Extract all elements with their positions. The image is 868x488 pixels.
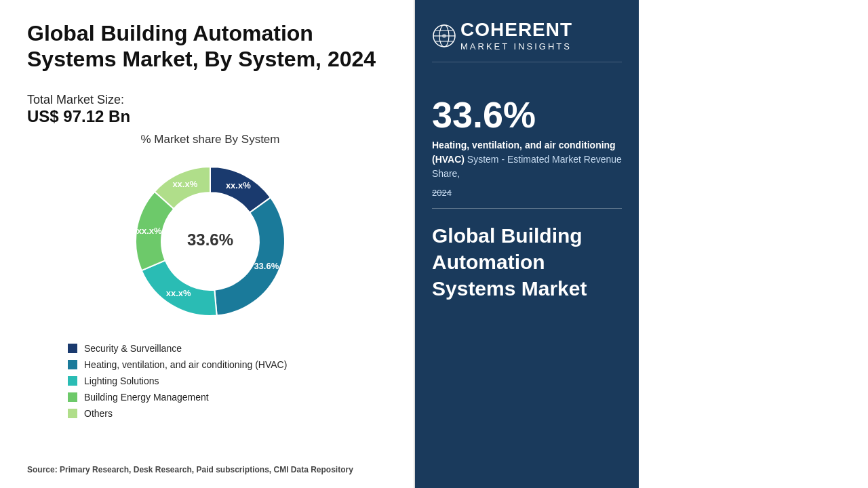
legend-item: Lighting Solutions (68, 375, 287, 386)
svg-text:33.6%: 33.6% (187, 230, 233, 249)
market-size-value: US$ 97.12 Bn (27, 107, 393, 126)
logo-sub: MARKET INSIGHTS (460, 41, 572, 52)
legend-color-box (68, 409, 77, 418)
donut-svg: xx.x%33.6%xx.x%xx.x%xx.x%33.6% (122, 153, 298, 329)
source-content: Primary Research, Desk Research, Paid su… (60, 465, 353, 474)
globe-icon (432, 24, 456, 48)
stat-percentage: 33.6% (432, 96, 622, 133)
legend-item: Heating, ventilation, and air conditioni… (68, 359, 287, 370)
svg-text:xx.x%: xx.x% (137, 225, 162, 235)
legend-label: Building Energy Management (84, 392, 209, 403)
stat-desc: Heating, ventilation, and air conditioni… (432, 138, 622, 181)
sidebar: COHERENT MARKET INSIGHTS 33.6% Heating, … (415, 0, 639, 488)
stat-year: 2024 (432, 188, 622, 209)
legend-color-box (68, 376, 77, 386)
market-info: Total Market Size: US$ 97.12 Bn (27, 93, 393, 126)
legend-label: Heating, ventilation, and air conditioni… (84, 359, 287, 370)
sidebar-market-title: Global Building Automation Systems Marke… (432, 222, 622, 302)
chart-section: % Market share By System xx.x%33.6%xx.x%… (27, 133, 393, 458)
svg-text:xx.x%: xx.x% (166, 288, 191, 298)
source-text: Source: Primary Research, Desk Research,… (27, 458, 393, 474)
market-size-label: Total Market Size: (27, 93, 393, 107)
legend-label: Security & Surveillance (84, 343, 182, 354)
chart-title: % Market share By System (140, 133, 279, 146)
legend-label: Others (84, 408, 113, 419)
legend-color-box (68, 344, 77, 353)
legend-color-box (68, 360, 77, 369)
legend-color-box (68, 392, 77, 402)
legend-item: Building Energy Management (68, 392, 287, 403)
svg-point-11 (442, 34, 446, 38)
logo-name: COHERENT (460, 20, 572, 39)
chart-area: xx.x%33.6%xx.x%xx.x%xx.x%33.6% (122, 153, 298, 329)
legend-label: Lighting Solutions (84, 375, 159, 386)
svg-text:xx.x%: xx.x% (172, 179, 197, 189)
sidebar-stat: 33.6% Heating, ventilation, and air cond… (432, 96, 622, 222)
left-panel: Global Building Automation Systems Marke… (0, 0, 414, 488)
sidebar-logo: COHERENT MARKET INSIGHTS (432, 20, 622, 62)
legend-item: Others (68, 408, 287, 419)
page-title: Global Building Automation Systems Marke… (27, 20, 393, 73)
legend: Security & SurveillanceHeating, ventilat… (27, 343, 287, 419)
source-label: Source: (27, 465, 58, 474)
svg-text:xx.x%: xx.x% (226, 180, 251, 190)
svg-text:33.6%: 33.6% (254, 261, 279, 271)
legend-item: Security & Surveillance (68, 343, 287, 354)
donut-chart: xx.x%33.6%xx.x%xx.x%xx.x%33.6% (122, 153, 298, 329)
